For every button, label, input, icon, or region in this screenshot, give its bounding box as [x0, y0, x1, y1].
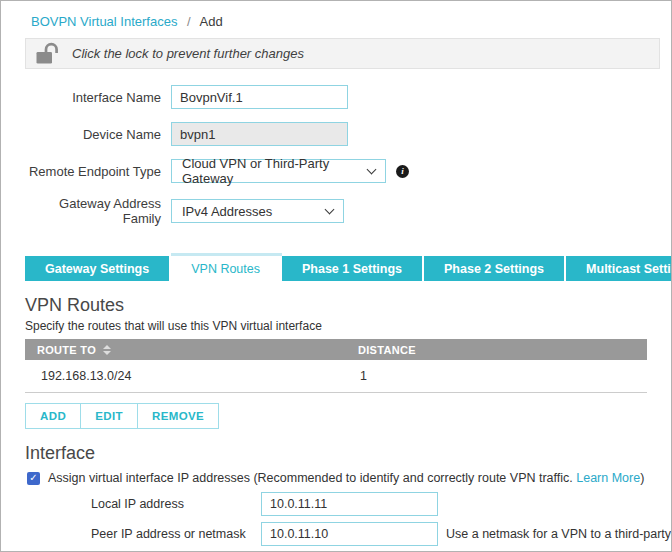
lock-banner-text: Click the lock to prevent further change… [72, 46, 304, 61]
remove-button[interactable]: REMOVE [137, 403, 219, 429]
local-ip-label: Local IP address [91, 497, 261, 511]
gateway-address-family-row: Gateway Address Family IPv4 Addresses [1, 196, 671, 226]
vpn-routes-table-header: ROUTE TO DISTANCE [25, 339, 647, 360]
device-name-row: Device Name [1, 122, 671, 146]
local-ip-row: Local IP address [91, 492, 671, 516]
peer-ip-label: Peer IP address or netmask [91, 527, 261, 541]
unlocked-padlock-icon[interactable] [35, 42, 62, 66]
local-ip-input[interactable] [261, 492, 438, 516]
chevron-down-icon [325, 204, 335, 214]
device-name-input [171, 122, 348, 146]
vpn-routes-table: ROUTE TO DISTANCE 192.168.13.0/24 1 [25, 339, 647, 393]
assign-ip-label-text: Assign virtual interface IP addresses (R… [48, 471, 576, 485]
tab-phase-2-settings[interactable]: Phase 2 Settings [424, 256, 566, 281]
gateway-address-family-value: IPv4 Addresses [182, 204, 272, 219]
distance-cell: 1 [346, 360, 647, 392]
add-button[interactable]: ADD [25, 403, 81, 429]
general-settings-form: Interface Name Device Name Remote Endpoi… [1, 85, 671, 226]
table-row[interactable]: 192.168.13.0/24 1 [25, 360, 647, 393]
gateway-address-family-label: Gateway Address Family [25, 196, 161, 226]
route-to-header-label: ROUTE TO [37, 344, 96, 356]
assign-ip-label: Assign virtual interface IP addresses (R… [48, 471, 644, 485]
routes-button-group: ADD EDIT REMOVE [25, 403, 219, 429]
vpn-routes-description: Specify the routes that will use this VP… [25, 319, 647, 333]
device-name-label: Device Name [25, 127, 161, 142]
remote-endpoint-type-label: Remote Endpoint Type [25, 164, 161, 179]
interface-name-input[interactable] [171, 85, 348, 109]
chevron-down-icon [367, 164, 377, 174]
gateway-address-family-select[interactable]: IPv4 Addresses [171, 199, 344, 223]
info-icon[interactable]: i [396, 165, 409, 178]
peer-ip-row: Peer IP address or netmask Use a netmask… [91, 522, 671, 546]
breadcrumb-separator: / [187, 14, 191, 29]
column-header-distance: DISTANCE [346, 344, 647, 356]
learn-more-link[interactable]: Learn More [576, 471, 640, 485]
tab-multicast-settings[interactable]: Multicast Settings [566, 256, 672, 281]
tab-gateway-settings[interactable]: Gateway Settings [25, 256, 171, 281]
column-header-route-to[interactable]: ROUTE TO [25, 344, 346, 356]
route-to-cell: 192.168.13.0/24 [25, 360, 346, 392]
vpn-routes-title: VPN Routes [25, 295, 671, 316]
breadcrumb: BOVPN Virtual Interfaces / Add [1, 1, 671, 29]
sort-icon [103, 345, 111, 355]
interface-name-row: Interface Name [1, 85, 671, 109]
peer-ip-note: Use a netmask for a VPN to a third-party… [446, 527, 672, 541]
remote-endpoint-type-row: Remote Endpoint Type Cloud VPN or Third-… [1, 159, 671, 183]
edit-button[interactable]: EDIT [80, 403, 138, 429]
interface-section-title: Interface [25, 443, 671, 464]
assign-ip-label-suffix: ) [640, 471, 644, 485]
tab-phase-1-settings[interactable]: Phase 1 Settings [282, 256, 424, 281]
interface-name-label: Interface Name [25, 90, 161, 105]
distance-header-label: DISTANCE [358, 344, 416, 356]
remote-endpoint-type-select[interactable]: Cloud VPN or Third-Party Gateway [171, 159, 386, 183]
peer-ip-input[interactable] [261, 522, 438, 546]
breadcrumb-current-add: Add [200, 14, 223, 29]
assign-ip-checkbox[interactable]: ✓ [27, 472, 40, 485]
lock-banner: Click the lock to prevent further change… [25, 38, 660, 69]
tab-vpn-routes[interactable]: VPN Routes [171, 256, 282, 281]
assign-ip-checkbox-row: ✓ Assign virtual interface IP addresses … [27, 471, 671, 485]
breadcrumb-link-bovpn-virtual-interfaces[interactable]: BOVPN Virtual Interfaces [31, 14, 177, 29]
settings-tabbar: Gateway Settings VPN Routes Phase 1 Sett… [25, 256, 671, 281]
remote-endpoint-type-value: Cloud VPN or Third-Party Gateway [182, 156, 368, 186]
bovpn-virtual-interface-add-page: BOVPN Virtual Interfaces / Add Click the… [0, 0, 672, 552]
